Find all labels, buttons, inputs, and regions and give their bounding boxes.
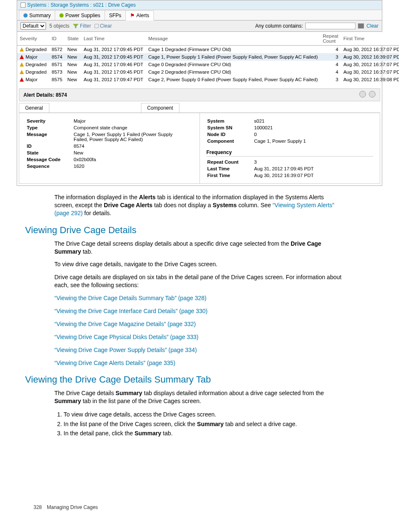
- k-sn: System SN: [207, 125, 253, 131]
- k-severity: Severity: [27, 118, 73, 124]
- xref-link[interactable]: “Viewing Drive Cage Power Supply Details…: [54, 346, 345, 354]
- tab-power-label: Power Supplies: [65, 13, 100, 18]
- expand-button[interactable]: [369, 91, 376, 98]
- severity-icon: [20, 62, 24, 67]
- para-detail-intro: The Drive Cage detail screens display de…: [54, 240, 345, 256]
- k-node: Node ID: [207, 131, 253, 137]
- repeat-l2: Count: [323, 39, 338, 44]
- k-seq: Sequence: [27, 163, 73, 169]
- v-ft: Aug 30, 2012 16:39:07 PDT: [254, 172, 318, 178]
- para-summary-desc: The Drive Cage details Summary tab displ…: [54, 389, 345, 405]
- xref-link[interactable]: “Viewing the Drive Cage Details Summary …: [54, 294, 345, 302]
- anycolumn-input[interactable]: [305, 23, 356, 29]
- xref-link[interactable]: “Viewing the Drive Cage Magazine Details…: [54, 320, 345, 328]
- anycolumn-label: Any column contains:: [255, 23, 303, 29]
- filter-icon: [73, 24, 79, 28]
- para-six-tabs: Drive cage details are displayed on six …: [54, 273, 345, 289]
- page-footer: 328 Managing Drive Cages: [33, 504, 382, 510]
- general-panel: SeverityMajor TypeComponent state change…: [19, 113, 200, 183]
- severity-icon: [20, 55, 24, 59]
- xref-link[interactable]: “Viewing Drive Cage Physical Disks Detai…: [54, 333, 345, 341]
- k-id: ID: [27, 143, 73, 149]
- v-seq: 1620: [74, 163, 192, 169]
- view-dropdown[interactable]: Default: [20, 22, 46, 30]
- col-state[interactable]: State: [65, 32, 81, 46]
- v-node: 0: [254, 131, 310, 137]
- drive-cages-screenshot: Systems : Storage Systems : s021 : Drive…: [17, 0, 382, 186]
- tab-alerts-label: Alerts: [136, 13, 149, 18]
- collapse-button[interactable]: [359, 91, 366, 98]
- tab-sfps[interactable]: SFPs: [105, 10, 126, 20]
- step-item: To view drive cage details, access the D…: [64, 410, 345, 419]
- filter-label: Filter: [80, 23, 91, 29]
- steps-list: To view drive cage details, access the D…: [64, 410, 345, 437]
- col-lasttime[interactable]: Last Time: [81, 32, 146, 46]
- export-icon[interactable]: [358, 23, 364, 28]
- k-rc: Repeat Count: [207, 159, 253, 165]
- xref-link[interactable]: “Viewing the Drive Cage Interface Card D…: [54, 307, 345, 315]
- clear-filter-button[interactable]: Clear: [95, 23, 112, 29]
- k-system: System: [207, 118, 253, 124]
- tab-power-supplies[interactable]: Power Supplies: [55, 10, 105, 20]
- alert-details-title: Alert Details: 8574: [23, 92, 67, 98]
- step-item: In the detail pane, click the Summary ta…: [64, 429, 345, 437]
- tab-sfps-label: SFPs: [109, 13, 121, 18]
- severity-icon: [20, 77, 24, 82]
- table-row[interactable]: Major8575NewAug 31, 2012 17:09:47 PDTCag…: [17, 76, 399, 83]
- para-navigate: To view drive cage details, navigate to …: [54, 260, 345, 268]
- v-rc: 3: [254, 159, 318, 165]
- tab-summary[interactable]: Summary: [19, 10, 55, 20]
- v-state: New: [74, 150, 192, 156]
- col-repeatcount[interactable]: Repeat Count: [320, 32, 341, 46]
- component-panel: Systems021 System SN1000021 Node ID0 Com…: [200, 113, 380, 183]
- alert-details-bar: Alert Details: 8574: [19, 88, 380, 101]
- filter-button[interactable]: Filter: [73, 23, 91, 29]
- list-pane-tabs: Summary Power Supplies SFPs ⚑ Alerts: [17, 10, 382, 21]
- v-system: s021: [254, 118, 310, 124]
- v-message: Cage 1, Power Supply 1 Failed (Power Sup…: [74, 131, 192, 142]
- clear-icon: [95, 24, 99, 28]
- clear-link[interactable]: Clear: [366, 23, 379, 29]
- table-row[interactable]: Degraded8571NewAug 31, 2012 17:09:46 PDT…: [17, 61, 399, 68]
- severity-icon: [20, 70, 24, 74]
- col-firsttime[interactable]: First Time: [341, 32, 399, 46]
- info-icon: [23, 13, 28, 18]
- detail-tabs: General Component: [19, 103, 380, 113]
- frequency-header: Frequency: [207, 148, 373, 157]
- breadcrumb-text: Systems : Storage Systems : s021 : Drive…: [27, 2, 136, 8]
- step-item: In the list pane of the Drive Cages scre…: [64, 420, 345, 428]
- flag-icon: ⚑: [130, 13, 135, 18]
- v-msgcode: 0x02b00fa: [74, 157, 192, 162]
- k-type: Type: [27, 125, 73, 131]
- k-msgcode: Message Code: [27, 157, 73, 162]
- v-severity: Major: [74, 118, 192, 124]
- breadcrumb: Systems : Storage Systems : s021 : Drive…: [17, 0, 382, 10]
- tab-summary-label: Summary: [29, 13, 51, 18]
- k-lt: Last Time: [207, 166, 253, 172]
- col-message[interactable]: Message: [146, 32, 320, 46]
- v-comp: Cage 1, Power Supply 1: [254, 138, 310, 144]
- xref-link[interactable]: “Viewing Drive Cage Alerts Details” (pag…: [54, 359, 345, 367]
- window-icon: [20, 3, 26, 8]
- object-count: 5 objects: [49, 23, 69, 29]
- table-row[interactable]: Degraded8572NewAug 31, 2012 17:09:45 PDT…: [17, 46, 399, 54]
- repeat-l1: Repeat: [323, 33, 338, 39]
- detail-tab-general[interactable]: General: [19, 103, 49, 113]
- tab-alerts[interactable]: ⚑ Alerts: [125, 10, 154, 21]
- detail-tab-component[interactable]: Component: [141, 103, 179, 113]
- alerts-grid: Severity ID State Last Time Message Repe…: [17, 32, 399, 83]
- k-state: State: [27, 150, 73, 156]
- v-lt: Aug 31, 2012 17:09:45 PDT: [254, 166, 318, 172]
- v-sn: 1000021: [254, 125, 310, 131]
- table-row[interactable]: Major8574NewAug 31, 2012 17:09:45 PDTCag…: [17, 53, 399, 61]
- grid-toolbar: Default 5 objects Filter Clear Any colum…: [17, 21, 382, 32]
- heading-summary-tab: Viewing the Drive Cage Details Summary T…: [25, 374, 382, 385]
- col-severity[interactable]: Severity: [17, 32, 49, 46]
- k-ft: First Time: [207, 172, 253, 178]
- para-alerts-info: The information displayed in the Alerts …: [54, 193, 345, 217]
- table-row[interactable]: Degraded8573NewAug 31, 2012 17:09:45 PDT…: [17, 68, 399, 76]
- k-message: Message: [27, 131, 73, 142]
- power-icon: [59, 13, 64, 18]
- col-id[interactable]: ID: [49, 32, 65, 46]
- detail-area: SeverityMajor TypeComponent state change…: [19, 113, 380, 184]
